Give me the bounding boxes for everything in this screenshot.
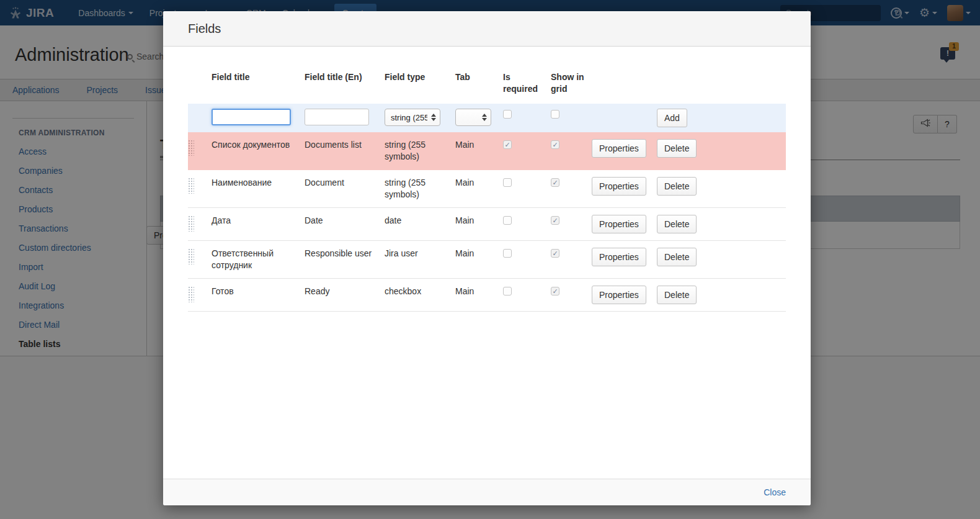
- field-tab-cell: Main: [455, 279, 503, 312]
- show-in-grid-checkbox[interactable]: ✓: [551, 216, 559, 225]
- new-field-title-input[interactable]: [212, 109, 291, 125]
- field-type-cell: date: [385, 208, 455, 241]
- field-title-cell: Готов: [212, 279, 305, 312]
- show-in-grid-checkbox[interactable]: ✓: [551, 287, 559, 296]
- add-field-button[interactable]: Add: [657, 109, 687, 127]
- drag-handle-icon[interactable]: [188, 178, 194, 194]
- field-row: ДатаDatedateMain✓PropertiesDelete: [188, 208, 786, 241]
- select-arrows-icon: [431, 114, 436, 121]
- show-in-grid-checkbox[interactable]: ✓: [551, 140, 559, 149]
- field-tab-cell: Main: [455, 132, 503, 170]
- field-title-en-cell: Responsible user: [305, 241, 385, 279]
- field-type-select-value: string (255: [391, 112, 427, 124]
- field-type-cell: checkbox: [385, 279, 455, 312]
- field-title-cell: Список документов: [212, 132, 305, 170]
- dialog-body: Field title Field title (En) Field type …: [163, 47, 811, 479]
- field-row: НаименованиеDocumentstring (255 symbols)…: [188, 170, 786, 208]
- col-header-is-required: Is required: [503, 71, 551, 104]
- new-field-row: string (255 Ad: [188, 104, 786, 132]
- new-show-in-grid-checkbox[interactable]: [551, 110, 559, 119]
- fields-table: Field title Field title (En) Field type …: [188, 71, 786, 312]
- drag-handle-icon[interactable]: [188, 286, 194, 302]
- col-header-field-title-en: Field title (En): [305, 71, 385, 104]
- dialog-footer: Close: [163, 479, 811, 505]
- close-button[interactable]: Close: [764, 487, 786, 497]
- field-row: Ответственный сотрудникResponsible userJ…: [188, 241, 786, 279]
- fields-dialog: Fields Field title Field title (En) Fiel…: [163, 11, 811, 505]
- fields-table-body: string (255 Ad: [188, 104, 786, 312]
- col-header-field-type: Field type: [385, 71, 455, 104]
- drag-handle-icon[interactable]: [188, 140, 194, 156]
- field-type-cell: string (255 symbols): [385, 170, 455, 208]
- is-required-checkbox[interactable]: [503, 178, 512, 187]
- properties-button[interactable]: Properties: [592, 286, 646, 304]
- field-title-cell: Ответственный сотрудник: [212, 241, 305, 279]
- field-title-en-cell: Date: [305, 208, 385, 241]
- delete-button[interactable]: Delete: [657, 215, 697, 233]
- delete-button[interactable]: Delete: [657, 248, 697, 266]
- field-title-cell: Дата: [212, 208, 305, 241]
- delete-button[interactable]: Delete: [657, 286, 697, 304]
- col-header-tab: Tab: [455, 71, 503, 104]
- field-type-cell: Jira user: [385, 241, 455, 279]
- field-row: Список документовDocuments liststring (2…: [188, 132, 786, 170]
- field-title-en-cell: Documents list: [305, 132, 385, 170]
- new-field-title-en-input[interactable]: [305, 109, 369, 125]
- col-header-field-title: Field title: [212, 71, 305, 104]
- show-in-grid-checkbox[interactable]: ✓: [551, 178, 559, 187]
- tab-select[interactable]: [455, 109, 491, 126]
- field-tab-cell: Main: [455, 208, 503, 241]
- table-header-row: Field title Field title (En) Field type …: [188, 71, 786, 104]
- is-required-checkbox[interactable]: [503, 216, 512, 225]
- delete-button[interactable]: Delete: [657, 177, 697, 196]
- field-tab-cell: Main: [455, 170, 503, 208]
- new-is-required-checkbox[interactable]: [503, 110, 512, 119]
- is-required-checkbox[interactable]: [503, 287, 512, 296]
- field-type-select[interactable]: string (255: [385, 109, 440, 126]
- select-arrows-icon: [482, 114, 487, 121]
- properties-button[interactable]: Properties: [592, 215, 646, 233]
- properties-button[interactable]: Properties: [592, 248, 646, 266]
- field-title-en-cell: Ready: [305, 279, 385, 312]
- properties-button[interactable]: Properties: [592, 139, 646, 158]
- field-title-en-cell: Document: [305, 170, 385, 208]
- drag-handle-icon[interactable]: [188, 248, 194, 264]
- dialog-title: Fields: [188, 22, 221, 36]
- is-required-checkbox[interactable]: [503, 249, 512, 258]
- dialog-header: Fields: [163, 11, 811, 47]
- is-required-checkbox[interactable]: ✓: [503, 140, 512, 149]
- field-title-cell: Наименование: [212, 170, 305, 208]
- page: JIRA DashboardsProjectsIssuesCRMCalendar…: [0, 0, 980, 519]
- field-tab-cell: Main: [455, 241, 503, 279]
- show-in-grid-checkbox[interactable]: ✓: [551, 249, 559, 258]
- col-header-show-in-grid: Show in grid: [551, 71, 592, 104]
- properties-button[interactable]: Properties: [592, 177, 646, 196]
- field-type-cell: string (255 symbols): [385, 132, 455, 170]
- field-row: ГотовReadycheckboxMain✓PropertiesDelete: [188, 279, 786, 312]
- delete-button[interactable]: Delete: [657, 139, 697, 158]
- drag-handle-icon[interactable]: [188, 215, 194, 232]
